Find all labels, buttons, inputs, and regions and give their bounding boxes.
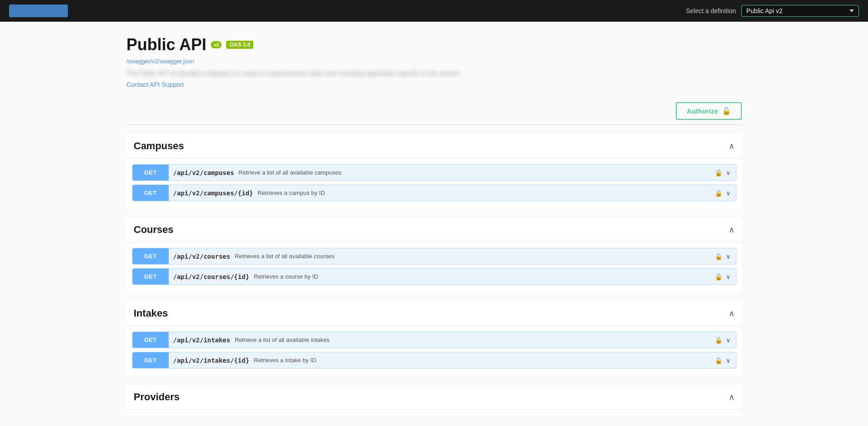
lock-icon: 🔒 bbox=[715, 273, 722, 280]
endpoint-actions: 🔒∨ bbox=[709, 273, 736, 280]
endpoint-actions: 🔒∨ bbox=[709, 357, 736, 364]
endpoint-desc: Retrieve a list of all available intakes bbox=[235, 336, 709, 343]
chevron-down-icon: ∨ bbox=[726, 253, 730, 260]
endpoint-actions: 🔒∨ bbox=[709, 189, 736, 197]
swagger-link[interactable]: /swagger/v2/swagger.json bbox=[127, 58, 194, 65]
section-endpoints-intakes: GET/api/v2/intakesRetrieve a list of all… bbox=[127, 326, 742, 376]
lock-icon: 🔒 bbox=[715, 336, 722, 344]
api-description: The Public API v2 provides endpoints to … bbox=[127, 70, 742, 77]
section-endpoints-providers bbox=[127, 410, 742, 415]
endpoint-row[interactable]: GET/api/v2/campuses/{id}Retrieves a camp… bbox=[132, 185, 736, 201]
endpoint-desc: Retrieves a list of all available course… bbox=[235, 253, 709, 260]
logo bbox=[9, 5, 68, 17]
lock-icon: 🔒 bbox=[715, 189, 722, 197]
lock-icon: 🔒 bbox=[715, 253, 722, 260]
chevron-down-icon: ∨ bbox=[726, 169, 730, 176]
endpoint-path: /api/v2/intakes bbox=[169, 336, 235, 344]
endpoint-actions: 🔒∨ bbox=[709, 169, 736, 176]
endpoint-path: /api/v2/courses bbox=[169, 253, 235, 260]
lock-icon: 🔓 bbox=[722, 107, 731, 115]
chevron-down-icon: ∨ bbox=[726, 189, 730, 197]
authorize-row: Authorize 🔓 bbox=[127, 102, 742, 120]
api-title-area: Public API v2 OAS 3.0 /swagger/v2/swagge… bbox=[127, 35, 742, 89]
method-badge: GET bbox=[133, 165, 169, 180]
section-providers: Providers∧ bbox=[127, 385, 742, 415]
chevron-down-icon: ∨ bbox=[726, 357, 730, 364]
endpoint-path: /api/v2/courses/{id} bbox=[169, 273, 254, 280]
endpoint-path: /api/v2/intakes/{id} bbox=[169, 357, 254, 364]
endpoint-actions: 🔒∨ bbox=[709, 253, 736, 260]
main-content: Public API v2 OAS 3.0 /swagger/v2/swagge… bbox=[118, 22, 751, 426]
endpoint-path: /api/v2/campuses/{id} bbox=[169, 189, 258, 197]
section-campuses: Campuses∧GET/api/v2/campusesRetrieve a l… bbox=[127, 134, 742, 208]
authorize-label: Authorize bbox=[687, 107, 718, 115]
section-header-courses[interactable]: Courses∧ bbox=[127, 218, 742, 242]
method-badge: GET bbox=[133, 352, 169, 368]
section-endpoints-campuses: GET/api/v2/campusesRetrieve a list of al… bbox=[127, 159, 742, 208]
endpoint-actions: 🔒∨ bbox=[709, 336, 736, 344]
section-divider bbox=[127, 124, 742, 125]
chevron-up-icon-courses: ∧ bbox=[729, 225, 735, 235]
method-badge: GET bbox=[133, 332, 169, 348]
endpoint-desc: Retrieves a campus by ID bbox=[258, 189, 709, 196]
endpoint-row[interactable]: GET/api/v2/campusesRetrieve a list of al… bbox=[132, 164, 736, 181]
section-intakes: Intakes∧GET/api/v2/intakesRetrieve a lis… bbox=[127, 301, 742, 376]
method-badge: GET bbox=[133, 269, 169, 284]
header-right: Select a definition Public Api v2Public … bbox=[686, 5, 859, 17]
chevron-up-icon-intakes: ∧ bbox=[729, 308, 735, 318]
app-header: Select a definition Public Api v2Public … bbox=[0, 0, 868, 22]
select-definition-label: Select a definition bbox=[686, 7, 736, 14]
endpoint-row[interactable]: GET/api/v2/intakes/{id}Retrieves a intak… bbox=[132, 352, 736, 369]
api-title: Public API bbox=[127, 35, 207, 54]
contact-api-link[interactable]: Contact API Support bbox=[127, 81, 184, 88]
section-title-courses: Courses bbox=[134, 224, 174, 236]
endpoint-row[interactable]: GET/api/v2/intakesRetrieve a list of all… bbox=[132, 331, 736, 348]
api-definition-select[interactable]: Public Api v2Public Api v1 bbox=[741, 5, 859, 17]
oas-badge: OAS 3.0 bbox=[226, 41, 253, 49]
endpoint-path: /api/v2/campuses bbox=[169, 169, 239, 176]
section-title-intakes: Intakes bbox=[134, 308, 168, 319]
section-title-campuses: Campuses bbox=[134, 140, 184, 152]
lock-icon: 🔒 bbox=[715, 169, 722, 176]
section-endpoints-courses: GET/api/v2/coursesRetrieves a list of al… bbox=[127, 242, 742, 292]
endpoint-desc: Retrieves a course by ID bbox=[254, 273, 709, 280]
method-badge: GET bbox=[133, 248, 169, 264]
authorize-button[interactable]: Authorize 🔓 bbox=[676, 102, 741, 120]
sections-container: Campuses∧GET/api/v2/campusesRetrieve a l… bbox=[127, 134, 742, 415]
endpoint-desc: Retrieve a list of all available campuse… bbox=[238, 169, 709, 176]
section-header-campuses[interactable]: Campuses∧ bbox=[127, 134, 742, 159]
v2-badge: v2 bbox=[211, 41, 222, 48]
endpoint-row[interactable]: GET/api/v2/coursesRetrieves a list of al… bbox=[132, 248, 736, 265]
chevron-down-icon: ∨ bbox=[726, 336, 730, 344]
section-courses: Courses∧GET/api/v2/coursesRetrieves a li… bbox=[127, 218, 742, 292]
chevron-up-icon-campuses: ∧ bbox=[729, 141, 735, 151]
section-header-intakes[interactable]: Intakes∧ bbox=[127, 301, 742, 326]
section-header-providers[interactable]: Providers∧ bbox=[127, 385, 742, 410]
chevron-up-icon-providers: ∧ bbox=[729, 392, 735, 402]
api-title-row: Public API v2 OAS 3.0 bbox=[127, 35, 742, 54]
method-badge: GET bbox=[133, 185, 169, 201]
endpoint-desc: Retrieves a intake by ID bbox=[254, 357, 709, 364]
lock-icon: 🔒 bbox=[715, 357, 722, 364]
endpoint-row[interactable]: GET/api/v2/courses/{id}Retrieves a cours… bbox=[132, 268, 736, 285]
chevron-down-icon: ∨ bbox=[726, 273, 730, 280]
section-title-providers: Providers bbox=[134, 391, 180, 403]
